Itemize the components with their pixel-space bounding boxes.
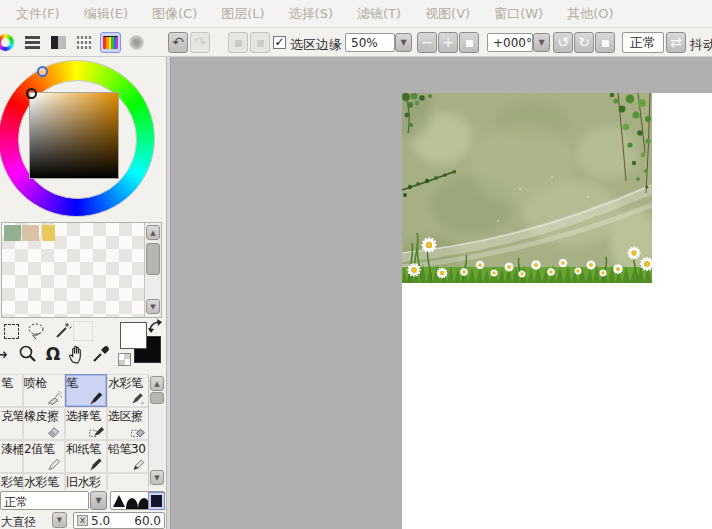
brush-airbrush[interactable]: 喷枪 [23,374,65,407]
brush-binary-pen[interactable]: 2值笔 [23,440,65,473]
angle-combo[interactable]: +000° [487,33,533,52]
rotate-canvas-tool[interactable]: Ω [42,343,64,365]
diameter-label: 大直径 [1,514,36,529]
menu-image[interactable]: 图像(C) [142,1,207,27]
brush-selection-eraser[interactable]: 选区擦 [107,407,149,440]
zoom-tool[interactable] [17,343,39,365]
scroll-up-icon[interactable]: ▲ [150,376,164,391]
eyedropper-tool[interactable] [90,343,112,365]
scroll-lock-button[interactable] [228,32,248,53]
menu-view[interactable]: 视图(V) [415,1,480,27]
hsv-sliders-panel-icon[interactable] [48,32,69,53]
swatches-scrollbar[interactable]: ▲ ▼ [144,223,161,317]
binary-pen-icon [46,456,62,472]
brush-shape-dome2-icon[interactable] [138,498,150,509]
flip-view-button[interactable]: ⇄ [666,32,686,53]
rotate-ccw-button[interactable]: ↺ [553,32,573,53]
selection-eraser-icon [130,423,146,439]
transparent-color-icon[interactable] [118,353,131,366]
brush-grid: 笔 喷枪 笔 水彩笔 克笔 橡皮擦 选择笔 选区擦 漆桶 2值笔 和纸笔 [0,374,150,490]
rotate-cw-button[interactable]: ↻ [574,32,594,53]
menu-file[interactable]: 文件(F) [6,1,70,27]
brush-bucket[interactable]: 漆桶 [0,440,23,473]
brush-watercolor[interactable]: 水彩笔 [107,374,149,407]
menu-select[interactable]: 选择(S) [279,1,343,27]
hue-cursor-icon[interactable] [37,66,48,77]
swatch-yellow[interactable] [42,225,55,241]
menu-filter[interactable]: 滤镜(T) [347,1,411,27]
size-dropdown-arrow[interactable]: ▼ [52,512,67,528]
airbrush-icon [46,390,62,406]
redo-button[interactable]: ↷ [190,32,210,53]
menu-bar: 文件(F) 编辑(E) 图像(C) 图层(L) 选择(S) 滤镜(T) 视图(V… [0,0,712,28]
magic-wand-tool[interactable] [52,320,74,342]
blend-dropdown-arrow[interactable]: ▼ [90,491,107,510]
brush-scrollbar[interactable]: ▲ ▼ [148,375,165,487]
angle-dropdown-arrow[interactable]: ▼ [533,33,550,52]
menu-others[interactable]: 其他(O) [557,1,623,27]
size-slider[interactable]: x 5.0 60.0 [73,512,165,529]
rotate-reset-button[interactable] [595,32,615,53]
sv-cursor-icon[interactable] [26,88,37,99]
stabilizer-label: 抖动 [690,36,712,54]
zoom-out-button[interactable]: − [417,32,437,53]
foreground-color[interactable] [120,322,147,349]
multiplier-value: 5.0 [91,514,110,528]
brush-selection-pen[interactable]: 选择笔 [65,407,107,440]
paper-pen-icon [88,456,104,472]
brush-pencil30[interactable]: 铅笔30 [107,440,149,473]
hand-tool[interactable] [65,343,87,365]
scrollbar-thumb[interactable] [146,243,160,275]
zoom-in-button[interactable]: + [438,32,458,53]
swatches-panel[interactable]: ▲ ▼ [1,222,162,318]
brush-pencil[interactable]: 笔 [0,374,23,407]
scrollbar-thumb[interactable] [150,392,164,404]
blend-mode-combo[interactable]: 正常 [0,491,89,510]
selection-edge-checkbox[interactable]: ✓ [273,36,286,49]
canvas-viewport[interactable] [171,57,712,529]
saturation-value-square[interactable] [29,92,119,179]
mixed-sliders-panel-icon[interactable] [74,32,95,53]
scroll-down-icon[interactable]: ▼ [146,299,160,314]
lasso-tool[interactable] [26,320,48,342]
brush-pen-selected[interactable]: 笔 [65,374,107,407]
scroll-down-icon[interactable]: ▼ [150,470,164,485]
bucket-icon [0,456,1,472]
brush-marker[interactable]: 克笔 [0,407,23,440]
undo-button[interactable]: ↶ [168,32,188,53]
eraser-icon [46,423,62,439]
multiplier-button[interactable]: x [77,515,88,526]
view-normal-button[interactable]: 正常 [622,32,664,53]
rect-select-tool[interactable] [0,320,22,342]
brush-shape-triangle-icon[interactable] [113,495,125,507]
color-palette-panel-icon[interactable] [100,32,121,53]
zoom-lock-button[interactable] [250,32,270,53]
brush-eraser[interactable]: 橡皮擦 [23,407,65,440]
selection-edge-label: 选区边缘 [290,36,342,54]
brush-color-pen[interactable]: 彩笔 [0,473,23,490]
empty-tool-slot [72,320,94,342]
brush-empty [107,473,149,490]
canvas-image[interactable] [402,93,652,283]
rgb-sliders-panel-icon[interactable] [22,32,43,53]
marker-icon [0,423,1,439]
brush-watercolor2[interactable]: 水彩笔 [23,473,65,490]
zoom-reset-button[interactable] [459,32,479,53]
scroll-up-icon[interactable]: ▲ [146,225,160,240]
menu-edit[interactable]: 编辑(E) [74,1,138,27]
color-wheel-panel-icon[interactable] [0,32,16,53]
menu-layer[interactable]: 图层(L) [211,1,274,27]
brush-paper-pen[interactable]: 和纸笔 [65,440,107,473]
zoom-combo[interactable]: 50% [345,33,395,52]
swatch-green[interactable] [4,225,21,241]
swatch-tan[interactable] [22,225,39,241]
watercolor-icon [130,390,146,406]
blur-panel-icon[interactable] [126,32,147,53]
zoom-dropdown-arrow[interactable]: ▼ [395,33,412,52]
selection-pen-icon [88,423,104,439]
move-tool[interactable]: → [0,343,12,365]
brush-shape-dome-icon[interactable] [126,498,138,509]
menu-window[interactable]: 窗口(W) [484,1,553,27]
brush-shape-square-selected-icon[interactable] [151,495,162,507]
brush-old-watercolor[interactable]: 旧水彩 [65,473,107,490]
